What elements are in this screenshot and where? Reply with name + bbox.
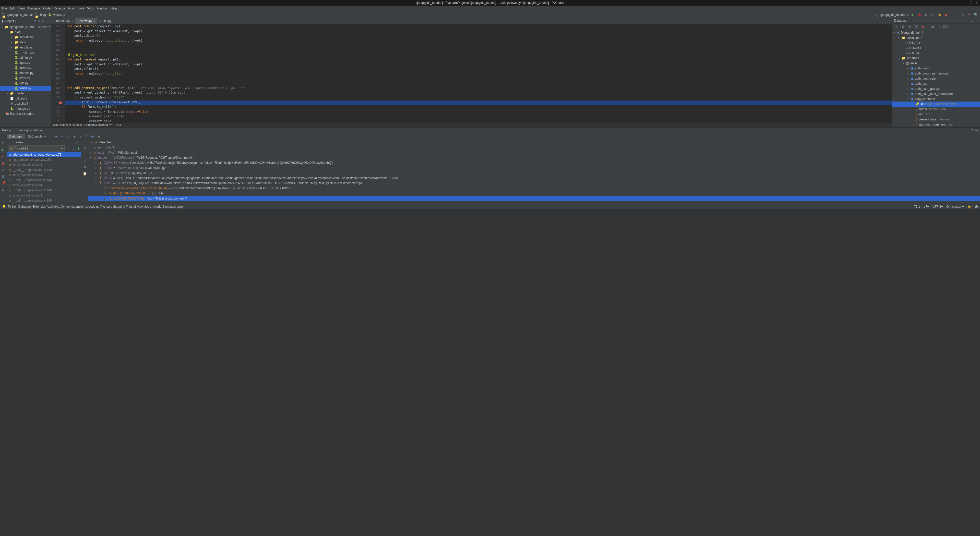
db-refresh-icon[interactable]: ⟳ [907, 25, 912, 29]
twistie-icon[interactable]: ▸ [907, 67, 910, 70]
db-node[interactable]: ▯text text [892, 112, 980, 117]
frame-down-icon[interactable]: ↓ [71, 147, 76, 151]
frame-row[interactable]: ◇__call__, deprecation.py:140 [7, 178, 81, 183]
restore-layout-icon[interactable]: ⟲ [83, 146, 86, 150]
twistie-icon[interactable]: ▸ [907, 77, 910, 80]
frame-row[interactable]: ◇__call__, deprecation.py:140 [7, 167, 81, 173]
twistie-icon[interactable]: ▾ [2, 26, 3, 28]
step-out-icon[interactable]: ⤴ [84, 134, 89, 139]
menu-tools[interactable]: Tools [77, 6, 84, 10]
editor-breadcrumb[interactable]: add_comment_to_post() › if request.metho… [51, 122, 892, 127]
step-into-icon[interactable]: ⤵ [65, 134, 71, 139]
status-item-0[interactable]: 71:1 [914, 205, 920, 208]
variable-row[interactable]: ▾mrequest = {WSGIRequest} <WSGIRequest: … [88, 155, 980, 160]
settings-icon[interactable]: ⚙ [42, 19, 45, 23]
db-settings-icon[interactable]: ⚙ [970, 19, 974, 23]
tree-node[interactable]: 🐍apps.py [0, 60, 51, 65]
twistie-icon[interactable]: ▾ [90, 156, 92, 159]
run-config-selector[interactable]: dj djangogirls_tutorial ▾ [875, 13, 908, 17]
editor-tab[interactable]: ●models.py× [51, 18, 75, 24]
db-node[interactable]: ▾📁schemas 1 [892, 56, 980, 61]
db-node[interactable]: ▯created_date datetime [892, 117, 980, 122]
tree-node[interactable]: 🐍admin.py [0, 55, 51, 60]
tree-node[interactable]: 🛢db.sqlite3 [0, 101, 51, 106]
resume-icon[interactable]: ▶ [2, 148, 6, 152]
tree-node[interactable]: ▸📁templates [0, 45, 51, 50]
tree-node[interactable]: ▸📁mysite [0, 91, 51, 96]
db-node[interactable]: ▸▦auth_user_user_permissions [892, 91, 980, 97]
db-table-icon[interactable]: ▦ [931, 25, 935, 29]
variable-row[interactable]: k'text' (139923458827856) = {str} 'This … [88, 196, 980, 201]
locate-icon[interactable]: ⊕ [34, 19, 36, 23]
status-item-2[interactable]: UTF-8÷ [932, 205, 943, 208]
collapse-icon[interactable]: ⇲ [38, 19, 40, 23]
db-node[interactable]: ⟐NOCASE [892, 45, 980, 51]
twistie-icon[interactable]: ▸ [907, 87, 910, 90]
database-tree[interactable]: ▾◈Django default 1▾📁collations 3⟐BINARY⟐… [892, 30, 980, 127]
gutter[interactable]: 5556575859606162636465666768697071727374… [51, 24, 65, 122]
search-icon[interactable]: 🔍 [974, 13, 978, 17]
db-jump-icon[interactable]: ↗ [937, 25, 942, 29]
frame-row[interactable]: ◇_get_response, base.py:185 [7, 157, 81, 162]
twistie-icon[interactable]: ▾ [898, 36, 900, 39]
breadcrumb-item[interactable]: ▸📁blog [35, 13, 46, 17]
tree-node[interactable]: 🐍tests.py [0, 76, 51, 81]
db-node[interactable]: ▸▦auth_user_groups [892, 86, 980, 91]
breadcrumb-item[interactable]: ▸📁djangogirls_tutorial [2, 13, 33, 17]
db-dup-icon[interactable]: ⧉ [901, 25, 905, 29]
menu-code[interactable]: Code [43, 6, 51, 10]
twistie-icon[interactable]: ▸ [11, 46, 13, 49]
tab-console[interactable]: ▤ Console →· [26, 134, 49, 139]
frame-row[interactable]: ◇add_comment_to_post, views.py:71 [7, 152, 81, 157]
variable-row[interactable]: ▸fGET = {QueryDict} <QueryDict: {}> [88, 170, 980, 176]
copy-stack-icon[interactable]: ⧉ [84, 165, 86, 169]
rerun-icon[interactable]: ↻ [2, 141, 6, 146]
twistie-icon[interactable]: ▸ [95, 172, 97, 174]
run-icon[interactable]: ▶ [911, 13, 915, 17]
view-bps-icon[interactable]: ◉ [2, 161, 6, 165]
coverage-icon[interactable]: ▶ [924, 13, 928, 17]
tree-node[interactable]: ▾📁djangogirls_tutorial ~/Pycharm [0, 24, 51, 30]
close-tab-icon[interactable]: × [72, 20, 73, 22]
twistie-icon[interactable]: ▾ [95, 182, 97, 184]
db-node[interactable]: ⟐BINARY [892, 40, 980, 45]
tree-node[interactable]: 🐍__init__.py [0, 50, 51, 55]
tree-node[interactable]: ▾📁blog [0, 30, 51, 35]
revert-icon[interactable]: ↶ [967, 13, 971, 17]
frame-row[interactable]: ◇__call__, deprecation.py:140 [7, 198, 81, 203]
twistie-icon[interactable]: ▸ [907, 72, 910, 75]
menu-view[interactable]: View [18, 6, 25, 10]
mute-bps-icon[interactable]: ⊘ [2, 168, 6, 172]
twistie-icon[interactable]: ▸ [11, 41, 13, 44]
variable-row[interactable]: k'author' (139923458829704) = {str} 'Me' [88, 191, 980, 196]
twistie-icon[interactable]: ▸ [90, 151, 92, 154]
db-node[interactable]: ▾📁collations 3 [892, 35, 980, 40]
db-node[interactable]: ▸▦auth_group [892, 66, 980, 71]
tree-node[interactable]: 🐍urls.py [0, 81, 51, 86]
twistie-icon[interactable]: ▸ [907, 93, 910, 95]
close-tab-icon[interactable]: × [113, 20, 115, 22]
debug-settings-icon[interactable]: ⚙ [970, 128, 974, 132]
status-item-4[interactable]: 🔓 [967, 205, 971, 208]
close-icon[interactable]: ✕ [975, 1, 978, 5]
step-into-my-icon[interactable]: ⬊ [72, 134, 77, 139]
db-add-icon[interactable]: + [894, 25, 898, 29]
status-item-3[interactable]: Git: master ÷ [946, 205, 964, 208]
twistie-icon[interactable]: ▸ [95, 162, 97, 164]
tree-node[interactable]: 🐍forms.py [0, 65, 51, 70]
menu-vcs[interactable]: VCS [87, 6, 94, 10]
db-hide-icon[interactable]: — [975, 19, 978, 23]
tree-node[interactable]: ▸📁static [0, 40, 51, 45]
twistie-icon[interactable]: ▸ [11, 36, 13, 38]
db-node[interactable]: ▯author varchar(200) [892, 107, 980, 112]
editor-tab[interactable]: ●views.py× [75, 18, 97, 24]
variable-row[interactable]: k'csrfmiddlewaretoken' (139923459050424)… [88, 186, 980, 191]
db-stop-icon[interactable]: ■ [921, 25, 925, 29]
thread-selector[interactable]: ☵ Thread-12 ▾ [8, 146, 65, 152]
debug-gear-icon[interactable]: ⚙ [2, 188, 6, 192]
frame-row[interactable]: ◇inner, exception.py:41 [7, 162, 81, 167]
db-node[interactable]: ▾◫main [892, 61, 980, 66]
variable-row[interactable]: ▸fCOOKIES = {dict} {'sessionid': 'w3ie27… [88, 160, 980, 165]
inspection-ok-icon[interactable]: ✓ [887, 24, 890, 29]
frames-down-icon[interactable]: ↓ [84, 159, 86, 162]
